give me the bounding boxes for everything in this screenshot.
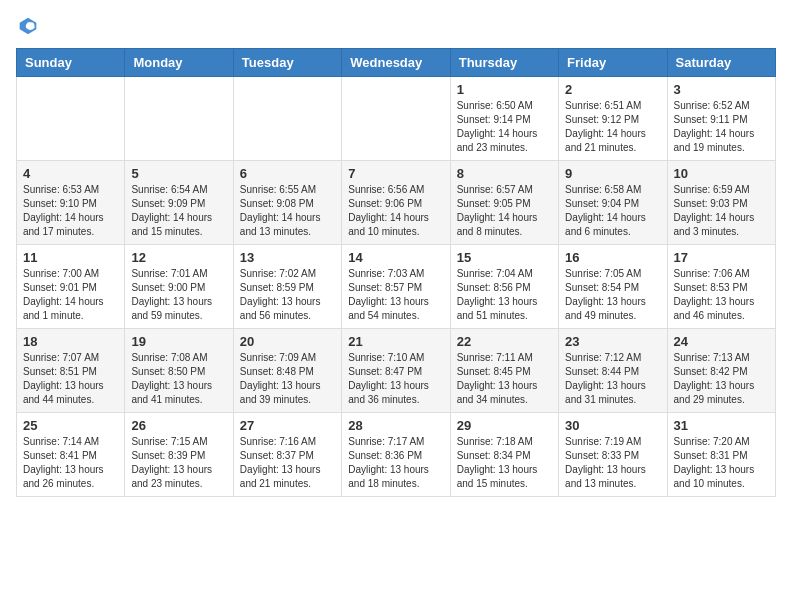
calendar-cell: 31Sunrise: 7:20 AM Sunset: 8:31 PM Dayli… — [667, 413, 775, 497]
day-number: 8 — [457, 166, 552, 181]
calendar-cell: 15Sunrise: 7:04 AM Sunset: 8:56 PM Dayli… — [450, 245, 558, 329]
day-info: Sunrise: 6:50 AM Sunset: 9:14 PM Dayligh… — [457, 99, 552, 155]
day-number: 3 — [674, 82, 769, 97]
day-info: Sunrise: 7:08 AM Sunset: 8:50 PM Dayligh… — [131, 351, 226, 407]
calendar-cell: 8Sunrise: 6:57 AM Sunset: 9:05 PM Daylig… — [450, 161, 558, 245]
day-info: Sunrise: 7:11 AM Sunset: 8:45 PM Dayligh… — [457, 351, 552, 407]
calendar-cell: 26Sunrise: 7:15 AM Sunset: 8:39 PM Dayli… — [125, 413, 233, 497]
day-number: 10 — [674, 166, 769, 181]
weekday-header: Sunday — [17, 49, 125, 77]
day-number: 21 — [348, 334, 443, 349]
calendar-cell: 20Sunrise: 7:09 AM Sunset: 8:48 PM Dayli… — [233, 329, 341, 413]
day-info: Sunrise: 7:15 AM Sunset: 8:39 PM Dayligh… — [131, 435, 226, 491]
day-info: Sunrise: 6:58 AM Sunset: 9:04 PM Dayligh… — [565, 183, 660, 239]
calendar-cell: 22Sunrise: 7:11 AM Sunset: 8:45 PM Dayli… — [450, 329, 558, 413]
calendar-cell: 27Sunrise: 7:16 AM Sunset: 8:37 PM Dayli… — [233, 413, 341, 497]
day-number: 22 — [457, 334, 552, 349]
day-info: Sunrise: 6:59 AM Sunset: 9:03 PM Dayligh… — [674, 183, 769, 239]
day-info: Sunrise: 7:06 AM Sunset: 8:53 PM Dayligh… — [674, 267, 769, 323]
day-info: Sunrise: 7:18 AM Sunset: 8:34 PM Dayligh… — [457, 435, 552, 491]
logo — [16, 16, 38, 36]
calendar-cell: 13Sunrise: 7:02 AM Sunset: 8:59 PM Dayli… — [233, 245, 341, 329]
day-info: Sunrise: 7:00 AM Sunset: 9:01 PM Dayligh… — [23, 267, 118, 323]
calendar-cell: 17Sunrise: 7:06 AM Sunset: 8:53 PM Dayli… — [667, 245, 775, 329]
day-info: Sunrise: 6:56 AM Sunset: 9:06 PM Dayligh… — [348, 183, 443, 239]
calendar-cell: 4Sunrise: 6:53 AM Sunset: 9:10 PM Daylig… — [17, 161, 125, 245]
day-info: Sunrise: 7:14 AM Sunset: 8:41 PM Dayligh… — [23, 435, 118, 491]
calendar-cell: 5Sunrise: 6:54 AM Sunset: 9:09 PM Daylig… — [125, 161, 233, 245]
calendar-week-row: 11Sunrise: 7:00 AM Sunset: 9:01 PM Dayli… — [17, 245, 776, 329]
calendar-table: SundayMondayTuesdayWednesdayThursdayFrid… — [16, 48, 776, 497]
day-number: 19 — [131, 334, 226, 349]
day-number: 17 — [674, 250, 769, 265]
calendar-cell: 3Sunrise: 6:52 AM Sunset: 9:11 PM Daylig… — [667, 77, 775, 161]
calendar-week-row: 4Sunrise: 6:53 AM Sunset: 9:10 PM Daylig… — [17, 161, 776, 245]
day-info: Sunrise: 7:10 AM Sunset: 8:47 PM Dayligh… — [348, 351, 443, 407]
calendar-week-row: 25Sunrise: 7:14 AM Sunset: 8:41 PM Dayli… — [17, 413, 776, 497]
calendar-cell — [17, 77, 125, 161]
day-info: Sunrise: 6:57 AM Sunset: 9:05 PM Dayligh… — [457, 183, 552, 239]
day-number: 1 — [457, 82, 552, 97]
day-number: 9 — [565, 166, 660, 181]
day-number: 30 — [565, 418, 660, 433]
weekday-header: Friday — [559, 49, 667, 77]
day-number: 23 — [565, 334, 660, 349]
calendar-cell — [342, 77, 450, 161]
day-number: 16 — [565, 250, 660, 265]
day-info: Sunrise: 6:55 AM Sunset: 9:08 PM Dayligh… — [240, 183, 335, 239]
day-number: 11 — [23, 250, 118, 265]
calendar-cell: 19Sunrise: 7:08 AM Sunset: 8:50 PM Dayli… — [125, 329, 233, 413]
calendar-cell: 29Sunrise: 7:18 AM Sunset: 8:34 PM Dayli… — [450, 413, 558, 497]
calendar-cell: 16Sunrise: 7:05 AM Sunset: 8:54 PM Dayli… — [559, 245, 667, 329]
day-number: 5 — [131, 166, 226, 181]
calendar-cell: 2Sunrise: 6:51 AM Sunset: 9:12 PM Daylig… — [559, 77, 667, 161]
day-info: Sunrise: 7:17 AM Sunset: 8:36 PM Dayligh… — [348, 435, 443, 491]
calendar-cell: 10Sunrise: 6:59 AM Sunset: 9:03 PM Dayli… — [667, 161, 775, 245]
day-number: 24 — [674, 334, 769, 349]
logo-icon — [18, 16, 38, 36]
day-number: 31 — [674, 418, 769, 433]
day-number: 4 — [23, 166, 118, 181]
day-info: Sunrise: 7:13 AM Sunset: 8:42 PM Dayligh… — [674, 351, 769, 407]
calendar-cell: 9Sunrise: 6:58 AM Sunset: 9:04 PM Daylig… — [559, 161, 667, 245]
day-number: 14 — [348, 250, 443, 265]
calendar-cell — [125, 77, 233, 161]
calendar-cell: 7Sunrise: 6:56 AM Sunset: 9:06 PM Daylig… — [342, 161, 450, 245]
day-info: Sunrise: 7:12 AM Sunset: 8:44 PM Dayligh… — [565, 351, 660, 407]
day-number: 20 — [240, 334, 335, 349]
day-info: Sunrise: 7:07 AM Sunset: 8:51 PM Dayligh… — [23, 351, 118, 407]
weekday-header: Thursday — [450, 49, 558, 77]
day-number: 6 — [240, 166, 335, 181]
calendar-cell: 23Sunrise: 7:12 AM Sunset: 8:44 PM Dayli… — [559, 329, 667, 413]
weekday-header: Tuesday — [233, 49, 341, 77]
calendar-cell: 11Sunrise: 7:00 AM Sunset: 9:01 PM Dayli… — [17, 245, 125, 329]
weekday-header: Saturday — [667, 49, 775, 77]
calendar-header-row: SundayMondayTuesdayWednesdayThursdayFrid… — [17, 49, 776, 77]
day-number: 26 — [131, 418, 226, 433]
calendar-week-row: 1Sunrise: 6:50 AM Sunset: 9:14 PM Daylig… — [17, 77, 776, 161]
day-number: 13 — [240, 250, 335, 265]
day-number: 15 — [457, 250, 552, 265]
calendar-cell: 25Sunrise: 7:14 AM Sunset: 8:41 PM Dayli… — [17, 413, 125, 497]
day-info: Sunrise: 7:09 AM Sunset: 8:48 PM Dayligh… — [240, 351, 335, 407]
day-number: 12 — [131, 250, 226, 265]
calendar-cell: 6Sunrise: 6:55 AM Sunset: 9:08 PM Daylig… — [233, 161, 341, 245]
day-number: 7 — [348, 166, 443, 181]
calendar-cell: 21Sunrise: 7:10 AM Sunset: 8:47 PM Dayli… — [342, 329, 450, 413]
calendar-cell — [233, 77, 341, 161]
calendar-week-row: 18Sunrise: 7:07 AM Sunset: 8:51 PM Dayli… — [17, 329, 776, 413]
calendar-cell: 1Sunrise: 6:50 AM Sunset: 9:14 PM Daylig… — [450, 77, 558, 161]
day-number: 28 — [348, 418, 443, 433]
day-number: 2 — [565, 82, 660, 97]
day-number: 18 — [23, 334, 118, 349]
day-info: Sunrise: 7:04 AM Sunset: 8:56 PM Dayligh… — [457, 267, 552, 323]
day-number: 29 — [457, 418, 552, 433]
calendar-cell: 18Sunrise: 7:07 AM Sunset: 8:51 PM Dayli… — [17, 329, 125, 413]
page-header — [16, 16, 776, 36]
day-info: Sunrise: 7:02 AM Sunset: 8:59 PM Dayligh… — [240, 267, 335, 323]
calendar-cell: 30Sunrise: 7:19 AM Sunset: 8:33 PM Dayli… — [559, 413, 667, 497]
day-info: Sunrise: 7:20 AM Sunset: 8:31 PM Dayligh… — [674, 435, 769, 491]
calendar-cell: 28Sunrise: 7:17 AM Sunset: 8:36 PM Dayli… — [342, 413, 450, 497]
day-info: Sunrise: 7:19 AM Sunset: 8:33 PM Dayligh… — [565, 435, 660, 491]
day-info: Sunrise: 7:05 AM Sunset: 8:54 PM Dayligh… — [565, 267, 660, 323]
